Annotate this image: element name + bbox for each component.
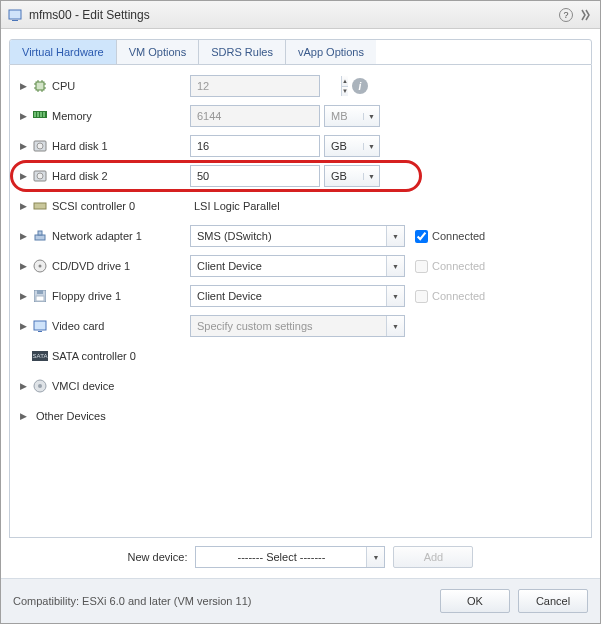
hdd2-unit[interactable]: GB▼	[324, 165, 380, 187]
titlebar: mfms00 - Edit Settings ?	[1, 1, 600, 29]
floppy-connected-checkbox: Connected	[415, 290, 485, 303]
floppy-select[interactable]: Client Device▼	[190, 285, 405, 307]
hardware-list: ▶ CPU ▲▼ i ▶ Memory	[9, 65, 592, 538]
tab-virtual-hardware[interactable]: Virtual Hardware	[10, 40, 117, 64]
hard-disk-icon	[32, 139, 48, 153]
svg-rect-6	[40, 112, 42, 117]
svg-rect-12	[34, 203, 46, 209]
memory-label: Memory	[52, 110, 92, 122]
compatibility-text: Compatibility: ESXi 6.0 and later (VM ve…	[13, 595, 432, 607]
svg-text:SATA: SATA	[33, 353, 48, 359]
add-button: Add	[393, 546, 473, 568]
memory-input	[191, 106, 341, 126]
svg-point-11	[37, 173, 43, 179]
svg-rect-5	[37, 112, 39, 117]
hdd1-label: Hard disk 1	[52, 140, 108, 152]
expand-icon[interactable]: ▶	[18, 201, 28, 211]
svg-rect-2	[36, 82, 44, 90]
floppy-icon	[32, 289, 48, 303]
cd-label: CD/DVD drive 1	[52, 260, 130, 272]
video-icon	[32, 319, 48, 333]
svg-point-16	[39, 265, 42, 268]
help-icon[interactable]: ?	[558, 7, 574, 23]
tab-bar: Virtual Hardware VM Options SDRS Rules v…	[9, 39, 592, 65]
expand-icon[interactable]: ▶	[18, 111, 28, 121]
cpu-label: CPU	[52, 80, 75, 92]
memory-value: ▲▼	[190, 105, 320, 127]
hdd1-unit[interactable]: GB▼	[324, 135, 380, 157]
hdd1-input[interactable]	[191, 136, 341, 156]
tab-vapp-options[interactable]: vApp Options	[286, 40, 376, 64]
video-label: Video card	[52, 320, 104, 332]
expand-icon[interactable]: ▶	[18, 261, 28, 271]
memory-unit: MB▼	[324, 105, 380, 127]
row-sata-controller: ▶ SATA SATA controller 0	[16, 341, 585, 371]
scsi-icon	[32, 199, 48, 213]
row-hard-disk-1: ▶ Hard disk 1 ▲▼ GB▼	[16, 131, 585, 161]
network-select[interactable]: SMS (DSwitch)▼	[190, 225, 405, 247]
chevron-down-icon[interactable]: ▼	[386, 256, 404, 276]
floppy-label: Floppy drive 1	[52, 290, 121, 302]
svg-rect-21	[38, 331, 42, 332]
svg-rect-1	[12, 20, 18, 21]
row-memory: ▶ Memory ▲▼ MB▼	[16, 101, 585, 131]
row-cd-dvd: ▶ CD/DVD drive 1 Client Device▼ Connecte…	[16, 251, 585, 281]
expand-icon[interactable]: ▶	[18, 291, 28, 301]
row-video-card: ▶ Video card Specify custom settings▼	[16, 311, 585, 341]
svg-point-9	[37, 143, 43, 149]
expand-icon[interactable]: ▶	[18, 411, 28, 421]
expand-icon[interactable]: ▶	[18, 231, 28, 241]
cpu-input	[191, 76, 341, 96]
expand-icon[interactable]: ▶	[18, 81, 28, 91]
expand-icon[interactable]: ▶	[18, 381, 28, 391]
chevron-down-icon[interactable]: ▼	[363, 143, 379, 150]
expand-icon[interactable]: ▶	[18, 141, 28, 151]
scsi-value: LSI Logic Parallel	[190, 200, 280, 212]
scsi-label: SCSI controller 0	[52, 200, 135, 212]
edit-settings-dialog: mfms00 - Edit Settings ? Virtual Hardwar…	[0, 0, 601, 624]
expand-icon[interactable]: ▶	[18, 321, 28, 331]
expand-icon[interactable]	[578, 7, 594, 23]
hdd1-value[interactable]: ▲▼	[190, 135, 320, 157]
svg-rect-13	[35, 235, 45, 240]
expand-icon[interactable]: ▶	[18, 171, 28, 181]
dialog-footer: Compatibility: ESXi 6.0 and later (VM ve…	[1, 578, 600, 623]
chevron-down-icon[interactable]: ▼	[363, 173, 379, 180]
svg-rect-14	[38, 231, 42, 235]
svg-rect-4	[34, 112, 36, 117]
sata-icon: SATA	[32, 349, 48, 363]
hdd2-label: Hard disk 2	[52, 170, 108, 182]
row-floppy: ▶ Floppy drive 1 Client Device▼ Connecte…	[16, 281, 585, 311]
cd-icon	[32, 259, 48, 273]
ok-button[interactable]: OK	[440, 589, 510, 613]
info-icon[interactable]: i	[352, 78, 368, 94]
new-device-bar: New device: ------- Select -------▼ Add	[9, 538, 592, 578]
row-scsi-controller: ▶ SCSI controller 0 LSI Logic Parallel	[16, 191, 585, 221]
cd-select[interactable]: Client Device▼	[190, 255, 405, 277]
hdd2-value[interactable]: ▲▼	[190, 165, 320, 187]
cancel-button[interactable]: Cancel	[518, 589, 588, 613]
cpu-value: ▲▼	[190, 75, 320, 97]
network-icon	[32, 229, 48, 243]
tab-vm-options[interactable]: VM Options	[117, 40, 199, 64]
tab-sdrs-rules[interactable]: SDRS Rules	[199, 40, 286, 64]
chevron-down-icon[interactable]: ▼	[386, 286, 404, 306]
svg-rect-19	[36, 296, 44, 301]
chevron-down-icon[interactable]: ▼	[386, 226, 404, 246]
cd-connected-checkbox: Connected	[415, 260, 485, 273]
row-network-adapter: ▶ Network adapter 1 SMS (DSwitch)▼ Conne…	[16, 221, 585, 251]
net-label: Network adapter 1	[52, 230, 142, 242]
svg-rect-18	[37, 290, 43, 294]
row-other-devices: ▶ Other Devices	[16, 401, 585, 431]
network-connected-checkbox[interactable]: Connected	[415, 230, 485, 243]
svg-point-25	[38, 384, 42, 388]
cpu-icon	[32, 79, 48, 93]
hdd2-input[interactable]	[191, 166, 341, 186]
hard-disk-icon	[32, 169, 48, 183]
chevron-down-icon[interactable]: ▼	[366, 547, 384, 567]
new-device-select[interactable]: ------- Select -------▼	[195, 546, 385, 568]
svg-rect-7	[43, 112, 45, 117]
vmci-label: VMCI device	[52, 380, 114, 392]
video-select: Specify custom settings▼	[190, 315, 405, 337]
vmci-icon	[32, 379, 48, 393]
